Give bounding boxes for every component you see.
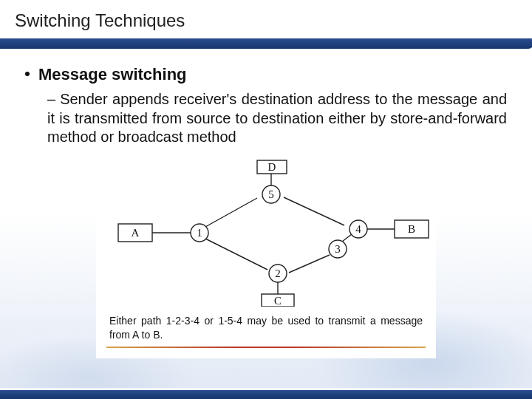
bullet-2-text: Sender appends receiver's destination ad… xyxy=(47,91,507,145)
node-2-label: 2 xyxy=(275,267,281,279)
network-diagram: A B C D 1 2 3 4 5 xyxy=(96,159,436,307)
bullet-level-2: –Sender appends receiver's destination a… xyxy=(47,90,507,147)
node-3-label: 3 xyxy=(335,243,341,255)
slide-title: Switching Techniques xyxy=(15,10,517,31)
edge-5-4 xyxy=(284,197,344,225)
node-4-label: 4 xyxy=(355,223,361,235)
figure-caption: Either path 1-2-3-4 or 1-5-4 may be used… xyxy=(109,314,423,342)
edge-3-4 xyxy=(342,234,352,242)
bullet-dash-icon: – xyxy=(47,90,55,109)
diagram-figure: A B C D 1 2 3 4 5 Either path 1-2 xyxy=(96,159,436,358)
bullet-level-1: Message switching xyxy=(25,65,507,84)
edge-1-2 xyxy=(205,239,267,270)
endpoint-A-label: A xyxy=(132,227,140,239)
endpoint-B-label: B xyxy=(408,223,415,235)
title-underline xyxy=(15,35,517,50)
edge-1-5 xyxy=(205,198,257,227)
bullet-1-text: Message switching xyxy=(38,65,187,83)
title-bar-shape xyxy=(0,38,532,49)
node-5-label: 5 xyxy=(268,188,274,200)
footer-bar xyxy=(0,390,532,399)
title-area: Switching Techniques xyxy=(0,0,532,50)
figure-caption-rule xyxy=(106,347,426,348)
node-1-label: 1 xyxy=(197,227,202,239)
slide: Switching Techniques Message switching –… xyxy=(0,0,532,399)
content-area: Message switching –Sender appends receiv… xyxy=(0,50,532,358)
bullet-dot-icon xyxy=(25,72,30,76)
endpoint-C-label: C xyxy=(274,295,282,307)
edge-2-3 xyxy=(289,255,330,273)
endpoint-D-label: D xyxy=(268,161,276,173)
